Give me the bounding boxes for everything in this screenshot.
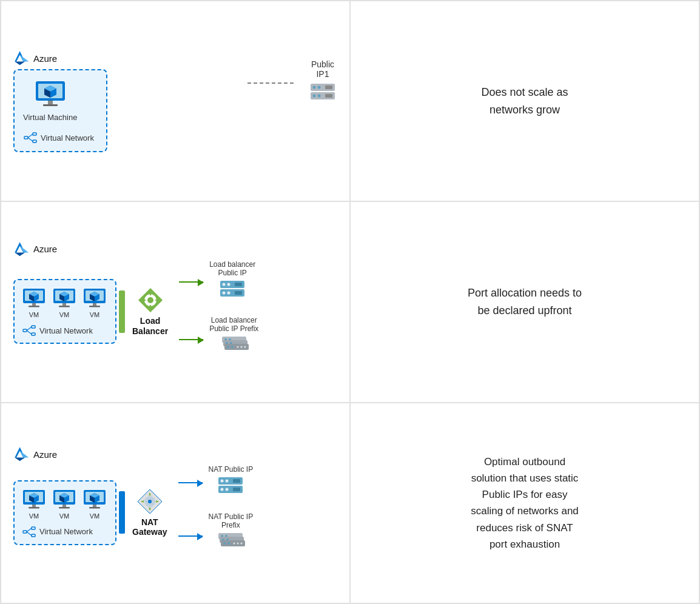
row2-target2-server-stack-icon <box>218 335 250 363</box>
row2-lb-text-bold: LoadBalancer <box>132 316 168 337</box>
svg-rect-98 <box>59 507 70 509</box>
row2-vms-group: VM <box>22 287 107 318</box>
svg-rect-18 <box>325 86 332 89</box>
svg-point-123 <box>226 480 229 483</box>
svg-rect-50 <box>23 329 27 332</box>
svg-point-61 <box>223 283 226 286</box>
svg-rect-108 <box>32 527 35 529</box>
row2-azure-text: Azure <box>33 244 57 254</box>
row3-connector-bar <box>119 491 125 534</box>
row2-target1-row: Load balancer Public IP <box>179 260 258 304</box>
svg-marker-82 <box>15 458 25 461</box>
row1-server-icon <box>308 82 337 107</box>
svg-point-126 <box>221 488 224 491</box>
row3-vm3-label: VM <box>90 512 100 520</box>
row1-publicip-block: Public IP1 <box>308 59 337 107</box>
row3-target1-block: NAT Public IP <box>209 465 254 500</box>
svg-rect-90 <box>29 507 39 509</box>
row2-vm1: VM <box>22 287 46 318</box>
svg-point-16 <box>313 86 316 89</box>
row2-vnet-label: Virtual Network <box>22 323 107 338</box>
row1-diagram-cell: Azure <box>1 1 350 201</box>
row2-azure-container: VM <box>13 279 116 344</box>
svg-point-65 <box>223 291 226 294</box>
row3-vnet-text: Virtual Network <box>39 527 93 536</box>
row2-vm1-icon <box>22 287 46 309</box>
row1-vnet-text: Virtual Network <box>41 133 94 143</box>
row2-vm2-label: VM <box>59 311 70 318</box>
svg-rect-22 <box>325 94 332 98</box>
svg-rect-48 <box>93 303 96 306</box>
row2-lb-icon <box>137 287 164 314</box>
row3-description-cell: Optimal outbound solution that uses stat… <box>350 403 699 603</box>
svg-marker-2 <box>15 62 25 65</box>
row2-target2-block: Load balancer Public IP Prefix <box>209 316 258 363</box>
row2-lb-area: LoadBalancer <box>132 287 168 337</box>
row2-arrow1 <box>179 281 203 283</box>
svg-rect-105 <box>93 505 96 507</box>
row3-azure-label: Azure <box>13 446 57 463</box>
row2-target2-row: Load balancer Public IP Prefix <box>179 316 258 363</box>
row3-vm2-icon <box>52 489 76 511</box>
row3-nat-area: NATGateway <box>132 488 167 538</box>
row3-nat-text-bold: NATGateway <box>132 517 167 538</box>
row2-description-cell: Port allocation needs to be declared upf… <box>350 201 699 402</box>
row1-vm-label: Virtual Machine <box>23 113 77 122</box>
svg-point-138 <box>234 543 235 545</box>
svg-point-75 <box>227 346 229 348</box>
row1-azure-label: Azure <box>13 50 57 67</box>
svg-point-136 <box>223 542 226 545</box>
svg-point-79 <box>244 346 246 347</box>
svg-rect-107 <box>23 531 27 533</box>
svg-point-122 <box>221 480 224 483</box>
row2-azure-label: Azure <box>13 241 57 258</box>
svg-rect-11 <box>24 136 28 139</box>
row3-azure-container: VM <box>13 480 116 545</box>
svg-rect-41 <box>59 306 70 307</box>
svg-rect-128 <box>233 488 240 491</box>
row3-description-text: Optimal outbound solution that uses stat… <box>471 454 579 552</box>
azure-logo-icon <box>13 50 30 67</box>
row3-arrow1 <box>178 482 203 483</box>
row2-target1-block: Load balancer Public IP <box>209 260 255 304</box>
row2-arrow2 <box>179 339 203 340</box>
svg-marker-24 <box>20 246 29 252</box>
svg-rect-32 <box>32 303 36 306</box>
row2-vm2: VM <box>52 287 76 318</box>
row3-vm3: VM <box>82 489 107 520</box>
svg-rect-63 <box>235 283 242 286</box>
row3-vnet-icon <box>22 525 36 539</box>
row3-azure-text: Azure <box>33 449 57 460</box>
svg-point-137 <box>227 542 230 545</box>
svg-rect-40 <box>62 303 66 306</box>
svg-rect-51 <box>32 326 35 328</box>
svg-rect-124 <box>233 479 240 483</box>
row1-description-cell: Does not scale as networks grow <box>350 1 699 201</box>
row2-azure-logo-icon <box>13 241 30 258</box>
svg-point-66 <box>227 291 231 294</box>
row3-target1-label: NAT Public IP <box>209 465 254 474</box>
row3-target2-row: NAT Public IP Prefix <box>178 512 254 560</box>
row3-vm2-label: VM <box>59 512 70 520</box>
row3-target2-label: NAT Public IP Prefix <box>209 512 254 529</box>
row3-vm2: VM <box>52 489 76 520</box>
svg-marker-81 <box>20 451 29 458</box>
row2-targets-col: Load balancer Public IP <box>179 260 258 363</box>
row3-vms-group: VM <box>22 489 107 520</box>
row2-vnet-text: Virtual Network <box>39 326 93 335</box>
row2-diagram-cell: Azure <box>1 201 350 402</box>
row2-vm3-icon <box>82 287 107 309</box>
svg-marker-25 <box>15 253 25 257</box>
row2-vm1-label: VM <box>29 311 39 318</box>
row3-vm3-icon <box>82 489 107 511</box>
row2-target2-label: Load balancer Public IP Prefix <box>209 316 258 333</box>
svg-point-55 <box>147 297 153 303</box>
row3-nat-icon <box>136 488 163 515</box>
row1-publicip-label: Public IP1 <box>308 59 337 79</box>
svg-rect-67 <box>235 291 242 295</box>
svg-point-20 <box>313 94 316 97</box>
svg-rect-89 <box>32 505 36 507</box>
svg-rect-10 <box>43 104 58 106</box>
row1-vm-block: Virtual Machine <box>23 79 77 122</box>
main-grid: Azure <box>0 0 700 604</box>
